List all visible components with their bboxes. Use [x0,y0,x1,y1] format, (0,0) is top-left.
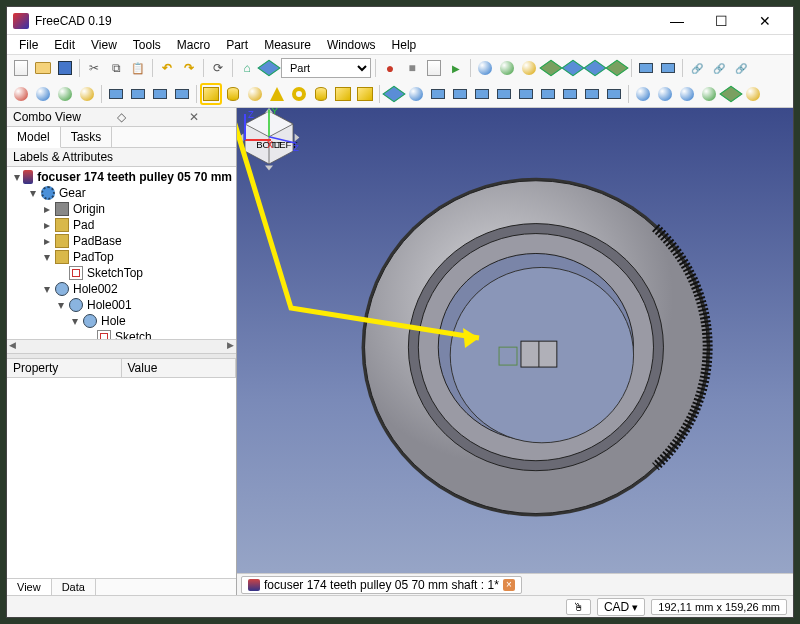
nav-style-select[interactable]: CAD ▾ [597,598,645,616]
property-tab-view[interactable]: View [7,579,52,595]
menu-part[interactable]: Part [218,36,256,54]
paste-button[interactable] [128,58,148,78]
expand-icon[interactable]: ▾ [27,186,39,200]
drawstyle-2[interactable] [33,84,53,104]
expand-icon[interactable]: ▸ [41,202,53,216]
defeature-button[interactable] [743,84,763,104]
boolean-common-button[interactable] [677,84,697,104]
part-sweep-button[interactable] [538,84,558,104]
combo-close-icon[interactable]: ✕ [158,110,230,124]
view-fit-button[interactable] [475,58,495,78]
expand-icon[interactable]: ▾ [69,314,81,328]
tree-item[interactable]: ▸Pad [9,217,234,233]
part-thickness-button[interactable] [604,84,624,104]
titlebar[interactable]: FreeCAD 0.19 — ☐ ✕ [7,7,793,35]
part-fillet-button[interactable] [450,84,470,104]
part-ruled-button[interactable] [494,84,514,104]
property-tab-data[interactable]: Data [52,579,96,595]
combo-titlebar[interactable]: Combo View ◇ ✕ [7,108,236,127]
menu-windows[interactable]: Windows [319,36,384,54]
part-loft-button[interactable] [516,84,536,104]
combo-float-icon[interactable]: ◇ [85,110,157,124]
view-front-button[interactable] [519,58,539,78]
part-chamfer-button[interactable] [472,84,492,104]
tree-item[interactable]: ▾focuser 174 teeth pulley 05 70 mm [9,169,234,185]
part-dlg-4[interactable] [172,84,192,104]
menu-help[interactable]: Help [384,36,425,54]
expand-icon[interactable]: ▾ [41,250,53,264]
home-button[interactable] [237,58,257,78]
tree-item[interactable]: ▾Hole001 [9,297,234,313]
menu-edit[interactable]: Edit [46,36,83,54]
document-tab[interactable]: focuser 174 teeth pulley 05 70 mm shaft … [241,576,522,594]
macro-record-button[interactable] [380,58,400,78]
combo-tab-model[interactable]: Model [7,127,61,148]
copy-button[interactable] [106,58,126,78]
menu-measure[interactable]: Measure [256,36,319,54]
refresh-button[interactable] [208,58,228,78]
part-sphere-button[interactable] [245,84,265,104]
measure-button[interactable] [636,58,656,78]
part-torus-button[interactable] [289,84,309,104]
check-geom-button[interactable] [721,84,741,104]
link-button-2[interactable] [709,58,729,78]
redo-button[interactable] [179,58,199,78]
minimize-button[interactable]: — [655,7,699,35]
menu-macro[interactable]: Macro [169,36,218,54]
maximize-button[interactable]: ☐ [699,7,743,35]
part-prism-button[interactable] [311,84,331,104]
tree-hscrollbar[interactable] [7,339,236,353]
link-button[interactable] [687,58,707,78]
menu-file[interactable]: File [11,36,46,54]
part-primitives-button[interactable] [333,84,353,104]
macro-stop-button[interactable] [402,58,422,78]
tree-item[interactable]: ▾Hole [9,313,234,329]
boolean-fragments-button[interactable] [699,84,719,104]
expand-icon[interactable]: ▾ [13,170,21,184]
part-builder-button[interactable] [355,84,375,104]
part-cone-button[interactable] [267,84,287,104]
part-dlg-2[interactable] [128,84,148,104]
menu-tools[interactable]: Tools [125,36,169,54]
part-offset-button[interactable] [582,84,602,104]
part-box-button[interactable] [201,84,221,104]
part-dlg-1[interactable] [106,84,126,104]
tree-item[interactable]: ▾PadTop [9,249,234,265]
tree-item[interactable]: ▾Gear [9,185,234,201]
property-body[interactable] [7,378,236,578]
model-tree[interactable]: ▾focuser 174 teeth pulley 05 70 mm▾Gear▸… [7,167,236,339]
expand-icon[interactable]: ▾ [55,298,67,312]
boolean-cut-button[interactable] [633,84,653,104]
tree-item[interactable]: Sketch [9,329,234,339]
part-section-button[interactable] [560,84,580,104]
workbench-select[interactable]: Part [281,58,371,78]
mouse-button-icon[interactable]: 🖱 [566,599,591,615]
tree-item[interactable]: ▸Origin [9,201,234,217]
save-button[interactable] [55,58,75,78]
drawstyle-1[interactable] [11,84,31,104]
menu-view[interactable]: View [83,36,125,54]
part-cylinder-button[interactable] [223,84,243,104]
expand-icon[interactable]: ▸ [41,234,53,248]
view-right-button[interactable] [563,58,583,78]
cut-button[interactable] [84,58,104,78]
expand-icon[interactable]: ▸ [41,218,53,232]
combo-tab-tasks[interactable]: Tasks [61,127,113,147]
boolean-union-button[interactable] [655,84,675,104]
drawstyle-4[interactable] [77,84,97,104]
expand-icon[interactable]: ▾ [41,282,53,296]
undo-button[interactable] [157,58,177,78]
part-mirror-button[interactable] [428,84,448,104]
part-extrude-button[interactable] [384,84,404,104]
new-doc-button[interactable] [11,58,31,78]
part-revolve-button[interactable] [406,84,426,104]
view-top-button[interactable] [541,58,561,78]
drawstyle-3[interactable] [55,84,75,104]
link-button-3[interactable] [731,58,751,78]
view-bottom-button[interactable] [607,58,627,78]
view-iso-button[interactable] [497,58,517,78]
macro-play-button[interactable] [446,58,466,78]
tree-item[interactable]: ▸PadBase [9,233,234,249]
whatsthis-button[interactable] [658,58,678,78]
open-button[interactable] [33,58,53,78]
